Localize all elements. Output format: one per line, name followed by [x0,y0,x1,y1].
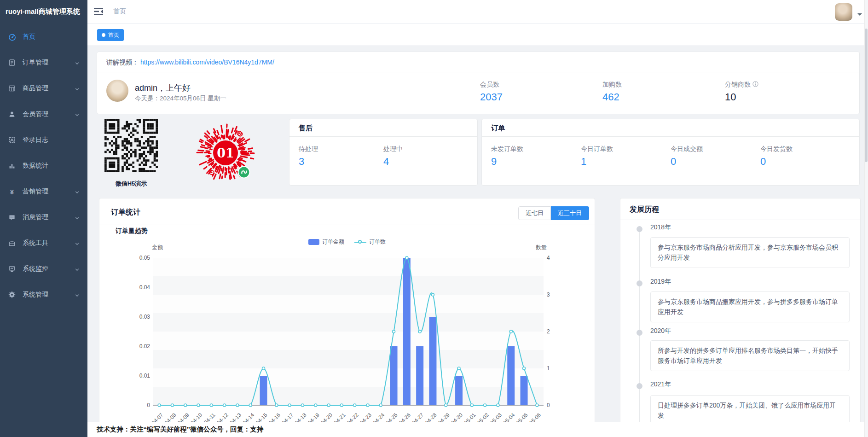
timeline-dot [637,383,642,389]
stat-未发订单数: 未发订单数9 [491,145,581,168]
timeline-dot [637,280,642,286]
h5-qr-code[interactable] [104,119,158,172]
stat-value: 4 [383,156,468,168]
marketing-icon: ¥ [7,187,17,196]
sidebar-item-系统管理[interactable]: 系统管理 [0,282,87,308]
x-tick-label: 04-07 [150,412,164,422]
order-icon [7,58,17,67]
scrollbar[interactable] [864,0,868,437]
sidebar-item-首页[interactable]: 首页 [0,24,87,50]
x-tick-label: 05-05 [515,412,529,422]
range-button-近七日[interactable]: 近七日 [518,206,551,220]
date-line: 今天是：2024年05月06日 星期一 [135,94,226,103]
chart-card-header: 订单统计 近七日近三十日 [99,198,595,225]
x-tick-label: 04-16 [268,412,281,422]
sidebar-item-label: 登录日志 [23,136,80,144]
grid-band [153,295,544,313]
app-title: ruoyi-mall商城管理系统 [0,0,87,23]
bar-04-30 [455,376,463,405]
stat-label: 今日发货数 [760,145,850,153]
stat-value: 1 [581,156,671,168]
orders-title: 订单 [482,119,859,137]
goods-icon [7,84,17,93]
bar-04-15 [260,376,267,405]
sunburst-dash [206,156,209,156]
left-axis-title: 金额 [151,244,163,251]
timeline-entry: 所参与开发的拼多多订单应用排名服务市场类目第一，开始快手服务市场订单应用开发 [650,340,850,371]
x-tick-label: 04-09 [177,412,190,422]
welcome-stats: 会员数2037加购数462分销商数10 [480,81,847,103]
welcome-card: 讲解视频： https://www.bilibili.com/video/BV1… [97,52,860,114]
admin-avatar [106,80,128,102]
line-marker-04-15 [262,367,265,370]
left-tick-label: 0 [147,402,150,408]
footer-text: 技术支持：关注“编写美好前程”微信公众号，回复：支持 [97,425,264,434]
x-tick-label: 04-20 [320,412,333,422]
sidebar-toggle-icon[interactable] [94,7,104,16]
tab-home[interactable]: 首页 [97,29,124,41]
stat-value: 9 [491,156,581,168]
order-stats-card: 订单统计 近七日近三十日 订单量趋势 订单金额订单数 金额数量00.010.02… [99,198,595,435]
timeline-year: 2019年 [650,278,671,286]
miniprogram-qr-code[interactable]: 01 [190,117,261,188]
x-tick-label: 04-23 [359,412,372,422]
stat-value: 2037 [480,91,602,103]
scrollbar-thumb[interactable] [865,29,868,162]
sidebar-item-订单管理[interactable]: 订单管理 [0,50,87,76]
sunburst-ring-dot [239,133,240,134]
mini-qr-center-text: 01 [217,146,234,160]
sidebar-item-会员管理[interactable]: 会员管理 [0,101,87,127]
user-menu-caret-icon[interactable] [857,13,862,18]
tutorial-video-link[interactable]: https://www.bilibili.com/video/BV16N4y1d… [140,58,274,66]
left-tick-label: 0.05 [139,255,150,261]
sunburst-dash [241,151,246,152]
line-marker-05-06 [536,404,538,407]
left-tick-label: 0.04 [139,284,150,291]
x-tick-label: 04-14 [242,412,255,422]
tab-label: 首页 [108,31,119,39]
x-tick-label: 04-08 [163,412,177,422]
sidebar-item-营销管理[interactable]: ¥营销管理 [0,179,87,204]
sunburst-dash [221,126,222,133]
line-marker-04-27 [418,330,421,333]
x-tick-label: 04-11 [203,412,216,422]
sidebar-item-label: 订单管理 [23,58,75,67]
x-tick-label: 04-17 [281,412,294,422]
sidebar-item-登录日志[interactable]: 登录日志 [0,127,87,153]
aftersale-stats: 待处理3处理中4 [289,137,477,168]
sidebar-item-数据统计[interactable]: 数据统计 [0,153,87,179]
sidebar-item-商品管理[interactable]: 商品管理 [0,76,87,101]
sunburst-dash [240,157,242,158]
bar-04-25 [390,346,398,405]
sidebar-item-系统监控[interactable]: 系统监控 [0,256,87,282]
stat-今日成交额: 今日成交额0 [671,145,760,168]
stat-value: 10 [725,91,847,103]
timeline-entry: 参与京东服务市场商品搬家应用开发，参与拼多多服务市场订单应用开发 [650,291,850,322]
grid-band [153,313,544,332]
sidebar-item-系统工具[interactable]: 系统工具 [0,230,87,256]
aftersale-card: 售后 待处理3处理中4 [289,119,478,186]
line-marker-04-16 [275,404,278,407]
x-tick-label: 04-29 [437,412,451,422]
line-marker-04-20 [327,404,330,407]
chevron-down-icon [75,189,80,194]
x-tick-label: 05-02 [476,412,490,422]
bar-04-27 [416,346,423,405]
user-avatar[interactable] [835,3,852,21]
sidebar-item-消息管理[interactable]: 消息管理 [0,204,87,230]
chevron-down-icon [75,111,80,117]
stat-value: 462 [602,91,725,103]
range-button-近三十日[interactable]: 近三十日 [551,206,589,220]
breadcrumb[interactable]: 首页 [113,7,126,16]
sunburst-dash [204,167,207,169]
aftersale-title: 售后 [289,119,477,137]
bar-04-26 [403,258,411,405]
chevron-down-icon [75,86,80,91]
line-marker-04-14 [249,404,252,407]
sunburst-dash [217,131,219,135]
sunburst-dash [226,129,227,137]
info-icon[interactable] [752,81,758,88]
line-marker-04-28 [431,293,434,296]
line-marker-04-18 [301,404,304,407]
left-tick-label: 0.02 [139,343,150,350]
